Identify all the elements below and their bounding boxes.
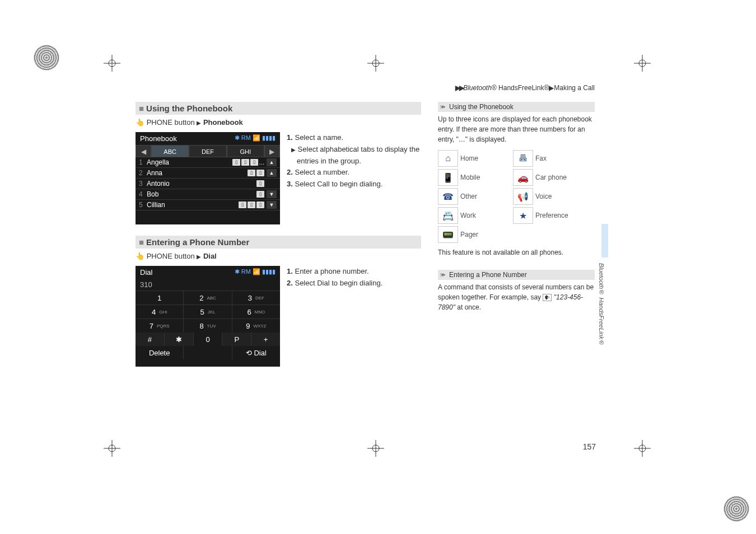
icon-label: Voice: [535, 188, 586, 205]
sidebar-heading-text: Entering a Phone Number: [449, 271, 527, 279]
chevron-icon: ≫: [440, 104, 447, 110]
keypad-key-2[interactable]: 2ABC: [184, 291, 231, 305]
square-bullet-icon: ■: [139, 237, 144, 247]
contact-name: Cillian: [147, 201, 239, 209]
section-heading-dial: ■Entering a Phone Number: [136, 236, 421, 249]
key-hash[interactable]: #: [136, 332, 164, 346]
keypad-key-7[interactable]: 7PQRS: [136, 319, 183, 332]
nav-prefix: PHONE button: [147, 252, 195, 260]
keypad-key-5[interactable]: 5JKL: [184, 305, 231, 318]
keypad-key-8[interactable]: 8TUV: [184, 319, 231, 332]
keypad-key-9[interactable]: 9WXYZ: [232, 319, 280, 332]
cropmark: [367, 55, 384, 72]
phone-type-icon: ▯: [256, 191, 264, 198]
keypad-key-1[interactable]: 1: [136, 291, 183, 305]
phonebook-row[interactable]: 4Bob▯▼: [136, 189, 280, 200]
phonebook-row[interactable]: 2Anna▯▯▲: [136, 168, 280, 179]
scroll-arrow-icon[interactable]: ▼: [267, 201, 277, 209]
key-star[interactable]: ✱: [165, 332, 193, 346]
instruction-step: 2. Select a number.: [287, 167, 421, 179]
tab-def[interactable]: DEF: [189, 145, 226, 157]
page-number: 157: [583, 442, 596, 451]
preference-icon: ★: [513, 207, 533, 224]
nav-triangle-icon: ▶: [197, 254, 201, 260]
cropmark: [634, 55, 651, 72]
dial-instructions: 1. Enter a phone number.2. Select Dial t…: [287, 266, 421, 367]
icon-label: Other: [460, 188, 511, 205]
vertical-section-label: Bluetooth® HandsFreeLink®: [598, 263, 605, 346]
breadcrumb-part1: Bluetooth: [463, 84, 492, 92]
cropmark: [104, 55, 120, 72]
instruction-step: ▶ Select alphabetical tabs to display th…: [287, 144, 421, 167]
phone-type-icon: ▯: [248, 202, 255, 208]
phonebook-instructions: 1. Select a name.▶ Select alphabetical t…: [287, 132, 421, 224]
chevron-icon: ≫: [440, 272, 447, 278]
alpha-tab-row: ◀ ABC DEF GHI ▶: [136, 145, 280, 157]
tab-prev-button[interactable]: ◀: [136, 145, 151, 157]
nav-bold: Phonebook: [203, 118, 243, 127]
sidebar-text-dial: A command that consists of several numbe…: [438, 282, 595, 312]
sidebar-heading-phonebook: ≫ Using the Phonebook: [438, 102, 595, 112]
nav-triangle-icon: ▶: [197, 120, 201, 126]
key-p[interactable]: P: [222, 332, 251, 346]
spacer: [184, 346, 231, 359]
voice-command-icon: 🗣: [543, 294, 552, 301]
section-heading-phonebook: ■Using the Phonebook: [136, 102, 421, 115]
breadcrumb-sep: ▶: [549, 84, 554, 92]
text-post: at once.: [457, 303, 481, 311]
row-index: 1: [139, 158, 147, 166]
dial-button[interactable]: ⟲ Dial: [232, 346, 280, 359]
keypad-key-6[interactable]: 6MNO: [232, 305, 280, 318]
sidebar-heading-text: Using the Phonebook: [449, 103, 514, 111]
instruction-step: 1. Enter a phone number.: [287, 266, 421, 278]
dial-input[interactable]: 310: [136, 279, 280, 291]
icon-label: Mobile: [460, 169, 511, 186]
breadcrumb: ▶▶Bluetooth® HandsFreeLink®▶Making a Cal…: [136, 84, 600, 92]
nav-prefix: PHONE button: [147, 118, 195, 127]
side-tab: [601, 224, 608, 257]
instruction-step: 3. Select Call to begin dialing.: [287, 179, 421, 190]
key-0[interactable]: 0: [194, 332, 222, 346]
phone-type-icon: ▯: [241, 159, 249, 166]
scroll-arrow-icon[interactable]: ▼: [267, 190, 277, 198]
key-plus[interactable]: +: [251, 332, 280, 346]
nav-path-dial: 👆 PHONE button ▶ Dial: [136, 252, 421, 260]
phonebook-row[interactable]: 3Antonio▯.: [136, 179, 280, 189]
fax-icon: 🖷: [513, 150, 533, 167]
sshot-status: ✱ RM 📶 ▮▮▮▮: [235, 268, 276, 277]
instruction-step: 2. Select Dial to begin dialing.: [287, 278, 421, 289]
ellipsis: ...: [259, 159, 264, 166]
sidebar-footnote: This feature is not available on all pho…: [438, 249, 595, 256]
icon-label: Car phone: [535, 169, 586, 186]
voice-icon: 📢: [513, 188, 533, 205]
phone-type-icon: ▯: [256, 202, 264, 208]
tab-next-button[interactable]: ▶: [264, 145, 280, 157]
delete-button[interactable]: Delete: [136, 346, 183, 359]
phone-type-icon: ▯: [250, 159, 258, 166]
phonebook-row[interactable]: 5Cillian▯▯▯▼: [136, 200, 280, 210]
sshot-title: Phonebook: [140, 134, 177, 143]
phonebook-screenshot: Phonebook ✱ RM 📶 ▮▮▮▮ ◀ ABC DEF GHI ▶ 1A…: [136, 132, 280, 224]
keypad-key-4[interactable]: 4GHI: [136, 305, 183, 318]
cropmark: [634, 440, 651, 457]
dial-screenshot: Dial ✱ RM 📶 ▮▮▮▮ 310 12ABC3DEF4GHI5JKL6M…: [136, 266, 280, 367]
tab-abc[interactable]: ABC: [151, 145, 189, 157]
row-index: 5: [139, 201, 147, 209]
breadcrumb-part1b: ® HandsFreeLink®: [492, 84, 549, 92]
breadcrumb-part2: Making a Call: [554, 84, 595, 92]
scroll-arrow-icon[interactable]: ▲: [267, 169, 277, 177]
phonebook-row[interactable]: 1Angella▯▯▯...▲: [136, 157, 280, 168]
target-br: [724, 496, 749, 522]
breadcrumb-arrows: ▶▶: [455, 84, 463, 92]
tab-ghi[interactable]: GHI: [227, 145, 264, 157]
scroll-arrow-icon[interactable]: ▲: [267, 158, 277, 166]
phone-type-icon: ▯: [232, 159, 240, 166]
mobile-icon: 📱: [438, 169, 458, 186]
phone-type-icon: ▯: [248, 170, 255, 176]
sshot-status: ✱ RM 📶 ▮▮▮▮: [235, 134, 276, 143]
phone-type-icon: ▯: [256, 170, 264, 176]
contact-name: Antonio: [147, 180, 256, 188]
pager-icon: 📟: [438, 226, 458, 243]
cropmark: [367, 440, 384, 457]
keypad-key-3[interactable]: 3DEF: [232, 291, 280, 305]
